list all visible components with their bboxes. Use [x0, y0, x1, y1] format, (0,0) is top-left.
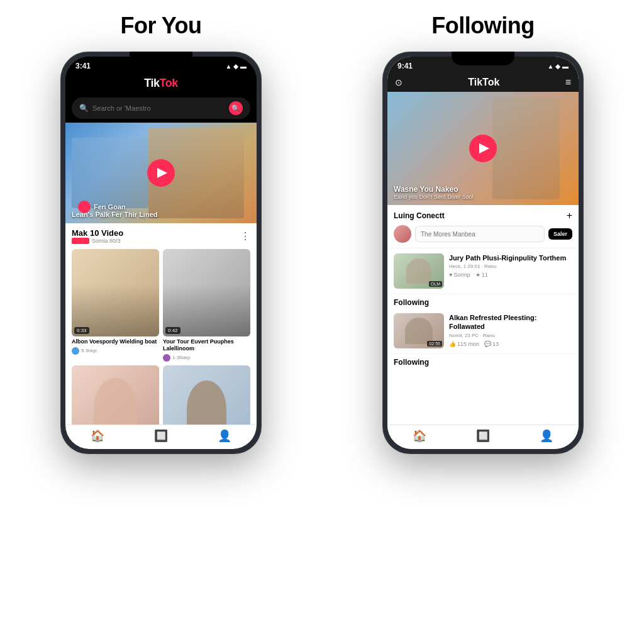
video-card-2[interactable]: 0:42 Your Tour Euvert Puuphes Lalellinoo… — [163, 249, 250, 362]
live-title: Luing Conectt — [394, 211, 445, 220]
nav-discover-left[interactable]: 🔲 — [154, 429, 168, 443]
home-icon-left: 🏠 — [91, 429, 104, 443]
comment-icon-2: 💬 — [484, 341, 491, 347]
bottom-nav-right: 🏠 🔲 👤 — [387, 425, 579, 449]
nav-home-left[interactable]: 🏠 — [91, 429, 104, 443]
search-submit-icon: 🔍 — [231, 104, 240, 113]
meta-avatar-1 — [72, 347, 79, 355]
following-title: Following — [431, 13, 534, 39]
search-submit-left[interactable]: 🔍 — [229, 101, 243, 115]
menu-icon-right[interactable]: ≡ — [565, 77, 571, 88]
video-info-right: Wasne You Nakeo Eand you Don't Serd Dive… — [394, 185, 474, 200]
for-you-title: For You — [120, 13, 201, 39]
for-you-screen: 3:41 ▲ ◆ ▬ TikTok 🔍 🔍 — [65, 57, 257, 449]
fv-like-2[interactable]: 👍 115 mon — [449, 341, 479, 347]
time-right: 9:41 — [397, 62, 413, 70]
following-video-item-1[interactable]: OLM Jury Path Plusi-Riginpulity Torthem … — [387, 248, 579, 294]
heart-icon-1: ♥ — [449, 272, 452, 278]
duration-1: 0:33 — [74, 327, 89, 334]
live-header: Luing Conectt + — [394, 210, 572, 221]
home-icon-right: 🏠 — [413, 429, 426, 443]
play-button-left[interactable] — [147, 159, 175, 187]
nav-discover-right[interactable]: 🔲 — [476, 429, 490, 443]
video-card-4[interactable]: T — [163, 365, 250, 425]
user-avatar-sm-left — [78, 201, 91, 213]
discover-icon-left: 🔲 — [154, 429, 168, 443]
fv-thumb-1: OLM — [394, 253, 444, 289]
live-section: Luing Conectt + Saler — [387, 205, 579, 248]
title-2: Your Tour Euvert Puuphes Lalellinoom — [163, 338, 250, 352]
time-left: 3:41 — [75, 62, 91, 70]
fv-duration-2: 02:55 — [427, 341, 442, 347]
profile-icon-left: 👤 — [218, 429, 231, 443]
following-phone: 9:41 ▲ ◆ ▬ ⊙ TikTok ≡ Wasn — [382, 52, 584, 454]
nav-profile-right[interactable]: 👤 — [540, 429, 553, 443]
search-bar-left[interactable]: 🔍 🔍 — [72, 97, 250, 119]
video-thumb-1: 0:33 — [72, 249, 159, 336]
fv-info-2: Alkan Refrested Pleesting: Follawated No… — [449, 313, 572, 347]
discover-icon-right: 🔲 — [476, 429, 490, 443]
fv-comment-2[interactable]: 💬 13 — [484, 341, 499, 347]
status-icons-right: ▲ ◆ ▬ — [548, 63, 569, 70]
for-you-phone: 3:41 ▲ ◆ ▬ TikTok 🔍 🔍 — [60, 52, 262, 454]
video-thumb-2: 0:42 — [163, 249, 250, 336]
fv-thumb-2: 02:55 — [394, 313, 444, 348]
fv-meta-2: Nomil, 23 PC · Ranu — [449, 333, 572, 338]
notch — [130, 52, 192, 65]
following-content: Luing Conectt + Saler — [387, 205, 579, 425]
video-thumb-4: T — [163, 365, 250, 425]
inbox-icon-right: ⊙ — [395, 77, 402, 87]
live-avatar — [394, 225, 411, 243]
live-plus-icon[interactable]: + — [567, 210, 572, 221]
badge-left — [72, 238, 89, 244]
play-icon-left — [157, 168, 167, 178]
thumb-icon-2: 👍 — [449, 341, 456, 347]
fv-title-1: Jury Path Plusi-Riginpulity Torthem — [449, 253, 572, 262]
play-button-right[interactable] — [469, 135, 497, 162]
meta-2: 1·3Narp — [163, 354, 250, 362]
fv-meta-1: Heck, 1 29:01 · Ranu — [449, 264, 572, 269]
video-card-3[interactable]: T — [72, 365, 159, 425]
fv-title-2: Alkan Refrested Pleesting: Follawated — [449, 313, 572, 331]
following-section: Following 9:41 ▲ ◆ ▬ ⊙ TikTok ≡ — [335, 13, 631, 454]
star-icon-1: ★ — [475, 272, 480, 278]
nav-profile-left[interactable]: 👤 — [218, 429, 231, 443]
live-search-row: Saler — [394, 225, 572, 243]
nav-home-right[interactable]: 🏠 — [413, 429, 426, 443]
meta-1: 9 3nlqc — [72, 347, 159, 355]
notch-right — [452, 52, 514, 65]
duration-2: 0:42 — [165, 327, 180, 334]
section-label-left: Mak 10 Video — [72, 228, 123, 238]
search-icon-left: 🔍 — [79, 104, 89, 113]
app-header-left: TikTok — [65, 73, 257, 94]
video-card-1[interactable]: 0:33 Albon Voespordy Wielding boat 9 3nl… — [72, 249, 159, 362]
video-overlay-left: Lean's Palk Fer Thir Lined Fen Goan — [72, 211, 158, 218]
section-sub-left: Somia 80/3 — [92, 238, 121, 244]
video-thumb-3: T — [72, 365, 159, 425]
status-icons-left: ▲ ◆ ▬ — [226, 63, 247, 70]
app-header-right: ⊙ TikTok ≡ — [387, 73, 579, 92]
video-hero-left[interactable]: Lean's Palk Fer Thir Lined Fen Goan — [65, 123, 257, 223]
fv-actions-1: ♥ Sormp ★ 11 — [449, 272, 572, 278]
video-hero-right[interactable]: Wasne You Nakeo Eand you Don't Serd Dive… — [387, 92, 579, 205]
video-grid-left: 0:33 Albon Voespordy Wielding boat 9 3nl… — [65, 247, 257, 425]
search-input-left[interactable] — [92, 104, 225, 112]
app-logo-right: TikTok — [468, 77, 499, 88]
play-icon-right — [479, 143, 489, 153]
profile-icon-right: 👤 — [540, 429, 553, 443]
video-user-left: Fen Goan — [78, 201, 126, 213]
fv-star-1[interactable]: ★ 11 — [475, 272, 488, 278]
live-search-btn[interactable]: Saler — [548, 228, 572, 240]
section-more-left[interactable]: ⋮ — [240, 230, 250, 242]
section-header-left: Mak 10 Video Somia 80/3 ⋮ — [65, 223, 257, 247]
live-search-input[interactable] — [415, 226, 545, 242]
title-1: Albon Voespordy Wielding boat — [72, 338, 159, 345]
meta-avatar-2 — [163, 354, 170, 362]
following-screen: 9:41 ▲ ◆ ▬ ⊙ TikTok ≡ Wasn — [387, 57, 579, 449]
following-label: Following — [387, 294, 579, 308]
app-logo-left: TikTok — [144, 77, 177, 90]
content-area-left: Mak 10 Video Somia 80/3 ⋮ 0:3 — [65, 223, 257, 425]
following-video-item-2[interactable]: 02:55 Alkan Refrested Pleesting: Follawa… — [387, 308, 579, 354]
fv-like-1[interactable]: ♥ Sormp — [449, 272, 470, 278]
following-label-2: Following — [387, 354, 579, 368]
